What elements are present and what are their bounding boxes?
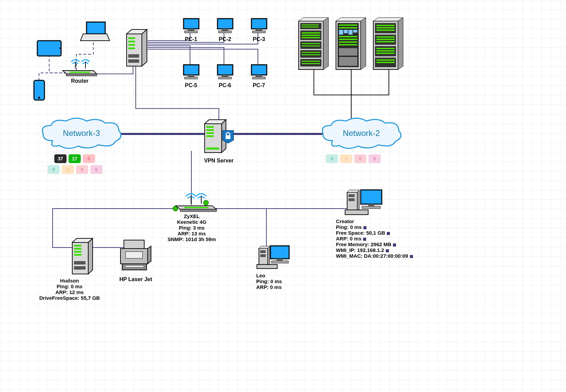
svg-rect-88 [74,245,81,247]
zyxel-router: ZyXEL Keenetic 4G Ping: 3 ms ARP: 13 ms … [161,192,222,242]
svg-rect-33 [300,23,321,29]
svg-rect-93 [74,266,86,270]
leo-pc: Leo Ping: 0 ms ARP: 0 ms [256,244,310,290]
svg-rect-55 [339,44,357,45]
svg-rect-83 [226,135,230,139]
svg-rect-45 [302,52,320,53]
svg-rect-41 [302,35,320,36]
svg-rect-10 [128,41,135,42]
phone-icon [32,80,46,102]
svg-rect-72 [376,48,395,49]
svg-rect-53 [339,39,357,40]
laptop-icon [78,20,112,45]
svg-rect-57 [344,30,348,33]
svg-rect-92 [74,261,86,264]
network-3: Network-3 [37,117,126,152]
svg-rect-44 [302,45,320,46]
svg-rect-9 [128,37,135,39]
svg-rect-22 [256,29,262,31]
svg-rect-8 [70,72,90,73]
rack-3 [372,17,405,73]
pc7: PC-7 [247,64,271,89]
svg-rect-79 [206,132,214,134]
network2-badges: 0000 [326,154,381,163]
svg-rect-81 [206,148,219,150]
status-badge: 0 [326,154,338,163]
svg-rect-67 [376,27,395,28]
svg-rect-38 [302,24,319,25]
svg-rect-25 [188,75,194,77]
pc5: PC-5 [179,64,203,89]
svg-rect-78 [206,129,214,131]
svg-rect-105 [361,190,382,204]
svg-rect-18 [218,19,233,29]
svg-rect-37 [300,59,321,66]
svg-rect-61 [339,57,357,66]
svg-rect-58 [348,30,353,35]
network-2: Network-2 [317,117,405,152]
status-badge: 0 [369,154,381,163]
svg-rect-56 [339,30,343,35]
svg-rect-11 [128,44,135,46]
svg-rect-87 [184,207,209,208]
svg-rect-21 [251,19,267,29]
router-label: Router [61,78,98,84]
hudson-server: Hudson Ping: 0 ms ARP: 12 ms DriveFreeSp… [27,237,112,301]
svg-rect-1 [39,42,58,54]
svg-point-2 [59,47,61,49]
svg-rect-70 [376,39,395,40]
status-badge: 37 [54,154,67,163]
svg-rect-43 [302,43,320,44]
svg-rect-19 [222,29,228,31]
svg-rect-28 [222,75,228,77]
svg-rect-102 [260,250,266,253]
creator-pc: Creator Ping: 0 ms Free Space: 50,1 GB A… [336,188,451,259]
svg-rect-74 [376,53,395,54]
pc2: PC-2 [213,18,237,43]
svg-rect-76 [376,62,395,63]
svg-rect-40 [302,32,320,34]
svg-rect-89 [74,248,81,250]
svg-rect-91 [74,254,81,256]
svg-rect-103 [260,254,266,257]
svg-rect-27 [218,65,233,75]
svg-rect-32 [252,77,265,79]
pc3: PC-3 [247,18,271,43]
svg-rect-66 [376,25,395,26]
status-badge: 0 [62,165,74,174]
svg-rect-24 [184,65,199,75]
server-icon [124,29,151,69]
status-badge: 0 [83,154,95,163]
svg-rect-52 [339,36,357,37]
svg-rect-36 [300,50,321,58]
network3-badges: 37170 0000 [54,154,102,174]
svg-rect-54 [339,41,357,43]
svg-rect-73 [376,50,395,52]
vpn-server: VPN Server [202,119,236,164]
svg-rect-23 [252,31,265,33]
svg-rect-35 [300,41,321,49]
svg-rect-16 [188,29,194,31]
svg-rect-99 [270,246,289,259]
svg-rect-26 [185,77,197,79]
svg-rect-60 [339,48,357,56]
svg-rect-39 [302,26,319,27]
svg-rect-17 [185,31,197,33]
svg-rect-12 [128,47,135,49]
svg-rect-75 [376,59,395,61]
svg-rect-110 [345,210,368,215]
svg-rect-51 [339,27,357,28]
svg-rect-109 [348,198,355,201]
status-badge: 17 [69,154,81,163]
svg-rect-86 [180,209,216,212]
svg-rect-42 [302,37,320,38]
status-badge: 0 [76,165,88,174]
svg-rect-96 [126,252,143,258]
svg-rect-59 [353,30,357,33]
router: Router [61,58,98,84]
svg-rect-29 [219,77,231,79]
svg-rect-94 [124,240,144,249]
svg-rect-71 [376,41,395,42]
svg-rect-47 [302,61,320,62]
svg-rect-13 [128,54,139,58]
